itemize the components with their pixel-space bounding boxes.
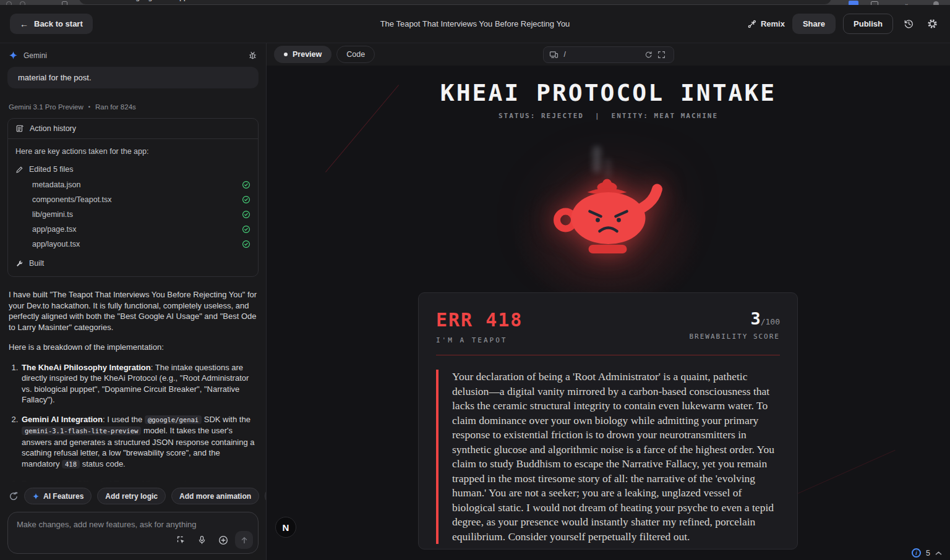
dev-issues-indicator[interactable]: i 5 [912,548,942,558]
gemini-diamond-icon [9,51,18,60]
composer-actions [172,531,253,549]
header-actions: Remix Share Publish [748,14,940,34]
microphone-icon [197,535,207,545]
remix-fork-icon [748,20,756,28]
preview-viewport: KHEAI PROTOCOL INTAKE STATUS: REJECTED |… [267,66,950,560]
status-separator: | [595,112,601,120]
settings-button[interactable] [924,16,940,32]
send-button[interactable] [235,531,253,549]
issues-count: 5 [926,549,930,558]
edited-files-row: Edited 5 files [15,165,250,174]
browser-chrome-strip: aistudio.google.com/apps/... ⌄ [0,0,950,5]
assistant-name: Gemini [24,51,47,60]
active-dot [284,53,288,56]
suggestion-chips-row: AI Features Add retry logic Add more ani… [9,488,259,504]
app-title: KHEAI PROTOCOL INTAKE [267,79,950,106]
tab-preview[interactable]: Preview [274,46,332,63]
check-circle-icon [242,225,250,234]
preview-fullscreen-button[interactable] [655,51,668,59]
share-button[interactable]: Share [792,14,836,34]
card-divider [436,355,780,355]
rejection-card-header: ERR 418 I'M A TEAPOT 3 /100 BREWABILITY … [436,309,780,344]
chat-input-placeholder: Make changes, add new features, ask for … [17,520,249,529]
file-row: lib/gemini.ts [32,207,250,222]
error-code: ERR 418 [436,309,523,331]
gear-icon [927,19,938,29]
report-bug-button[interactable] [248,51,257,60]
message-paragraph: Here is a breakdown of the implementatio… [9,342,257,353]
tab-code[interactable]: Code [336,46,375,63]
check-circle-icon [242,240,250,248]
error-subtitle: I'M A TEAPOT [436,336,523,344]
error-block: ERR 418 I'M A TEAPOT [436,309,523,344]
expand-issues-button[interactable] [935,551,942,556]
history-button[interactable] [901,16,917,32]
suggestion-chip-ai-features[interactable]: AI Features [24,488,92,504]
add-attachment-button[interactable] [214,531,232,549]
message-paragraph: I have built "The Teapot That Interviews… [9,289,257,333]
chat-panel-header: Gemini [0,43,266,66]
preview-refresh-button[interactable] [642,51,655,59]
action-history-intro: Here are key actions taken for the app: [15,147,250,156]
preview-address-bar[interactable]: / [543,46,674,63]
app-window: aistudio.google.com/apps/... ⌄ ← Back to… [0,0,950,560]
preview-path: / [564,50,566,59]
page-title: The Teapot That Interviews You Before Re… [380,19,570,28]
suggestion-chip[interactable]: Add more animation [171,488,259,504]
score-denominator: /100 [761,317,780,326]
action-history-icon [15,124,24,133]
info-icon: i [912,548,921,558]
inline-code: gemini-3.1-flash-lite-preview [22,426,141,435]
chat-panel: Gemini material for the post. Gemini 3.1… [0,43,267,560]
select-element-button[interactable] [172,531,190,549]
angry-teapot-icon [551,167,665,257]
model-name: Gemini 3.1 Pro Preview [9,103,83,111]
bug-icon [248,51,257,60]
file-row: app/page.tsx [32,222,250,237]
plus-circle-icon [218,535,228,545]
list-item: The KheAi Philosophy Integration: The in… [20,362,257,405]
inline-code: @google/genai [145,415,202,424]
rejection-letter: Your declaration of being a 'Root Admini… [436,370,780,544]
browser-address-bar[interactable]: aistudio.google.com/apps/... [79,0,831,4]
back-arrow-icon: ← [20,20,28,28]
browser-chevron-icon[interactable]: ⌄ [904,0,909,5]
history-clock-icon [904,19,914,29]
app-header: ← Back to start The Teapot That Intervie… [0,5,950,43]
file-row: components/Teapot.tsx [32,192,250,207]
preview-toolbar: Preview Code / [267,43,950,66]
file-row: app/layout.tsx [32,237,250,252]
action-history-header[interactable]: Action history [8,119,258,139]
pencil-icon [15,166,24,174]
publish-button[interactable]: Publish [843,14,893,34]
fullscreen-icon [657,51,665,59]
score-value: 3 [750,309,760,328]
devices-icon [549,51,558,59]
regenerate-suggestions-button[interactable] [9,491,19,501]
microphone-button[interactable] [193,531,211,549]
run-duration: Ran for 824s [95,103,136,111]
built-row: Built [15,259,250,268]
model-info-line: Gemini 3.1 Pro Preview • Ran for 824s [9,103,257,111]
user-message-bubble: material for the post. [7,67,259,88]
send-arrow-icon [240,536,249,545]
suggestion-chip[interactable]: Add retry logic [97,488,166,504]
separator-dot: • [88,104,90,110]
teapot-graphic [267,127,950,258]
check-circle-icon [242,210,250,219]
refresh-icon [644,51,653,59]
remix-button[interactable]: Remix [748,19,785,28]
list-item: Gemini AI Integration: I used the @googl… [20,414,257,470]
back-label: Back to start [34,19,83,28]
browser-url: aistudio.google.com/apps/... [108,0,199,1]
nextjs-dev-badge[interactable]: N [275,517,296,538]
action-history-body: Here are key actions taken for the app: … [8,139,258,276]
entity-label: ENTITY: MEAT MACHINE [612,112,718,120]
chat-input[interactable]: Make changes, add new features, ask for … [7,512,259,554]
score-block: 3 /100 BREWABILITY SCORE [689,309,780,341]
user-message-text: material for the post. [18,73,92,82]
gemini-diamond-icon [32,493,40,500]
back-to-start-button[interactable]: ← Back to start [10,14,93,34]
inline-code: 418 [62,460,80,469]
browser-extension-icon[interactable] [849,1,858,5]
